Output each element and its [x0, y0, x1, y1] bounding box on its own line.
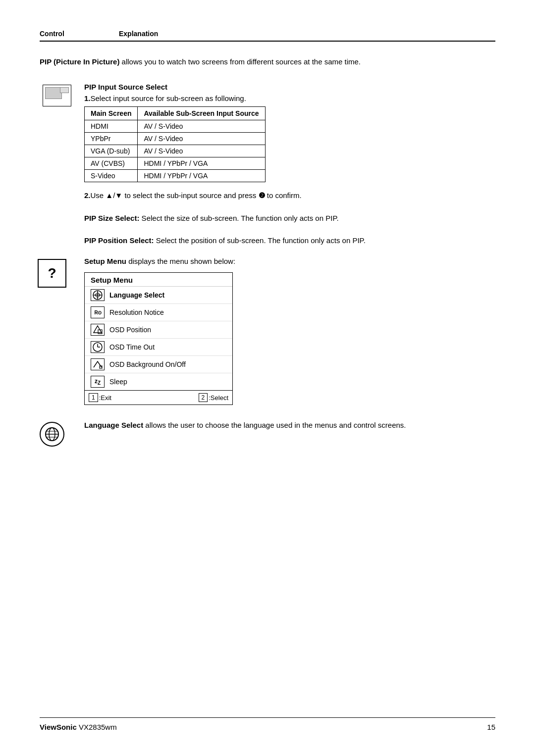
- header-row: Control Explanation: [40, 30, 495, 42]
- svg-marker-4: [94, 326, 102, 333]
- menu-item-label: Language Select: [109, 291, 164, 299]
- menu-item-icon: R⊙: [91, 306, 105, 318]
- pip-source-icon: [43, 85, 71, 106]
- table-row: YPbPrAV / S-Video: [85, 132, 266, 145]
- lang-bold: Language Select: [84, 421, 143, 429]
- setup-menu-item: OSD Time Out: [85, 339, 232, 356]
- table-col2-header: Available Sub-Screen Input Source: [138, 106, 265, 120]
- menu-item-label: OSD Background On/Off: [109, 360, 186, 368]
- setup-menu-intro: Setup Menu displays the menu shown below…: [84, 257, 495, 265]
- pip-source-content: PIP Input Source Select 1.Select input s…: [84, 83, 495, 202]
- pip-source-step1: 1.Select input source for sub-screen as …: [84, 94, 495, 102]
- table-cell-main: AV (CVBS): [85, 157, 138, 169]
- menu-item-icon: [91, 289, 105, 301]
- select-label: :Select: [209, 394, 228, 402]
- menu-item-icon: zZ: [91, 376, 105, 388]
- menu-item-icon: [91, 341, 105, 353]
- setup-bold: Setup Menu: [84, 257, 126, 265]
- table-cell-main: S-Video: [85, 169, 138, 182]
- page: Control Explanation PIP (Picture In Pict…: [0, 0, 535, 756]
- header-control-label: Control: [40, 30, 119, 38]
- table-col1-header: Main Screen: [85, 106, 138, 120]
- step1-text: Select input source for sub-screen as fo…: [91, 94, 246, 102]
- footer-model: VX2835wm: [79, 723, 117, 731]
- table-row: HDMIAV / S-Video: [85, 120, 266, 132]
- globe-icon: [40, 422, 64, 447]
- content-area: PIP (Picture In Picture) allows you to w…: [40, 56, 495, 447]
- lang-rest: allows the user to choose the language u…: [143, 421, 406, 429]
- pip-position-bold: PIP Position Select:: [84, 236, 154, 245]
- menu-item-label: Sleep: [109, 378, 127, 386]
- step2-confirm: ❷: [259, 191, 265, 200]
- table-row: AV (CVBS)HDMI / YPbPr / VGA: [85, 157, 266, 169]
- table-cell-main: YPbPr: [85, 132, 138, 145]
- footer-page-number: 15: [487, 723, 495, 731]
- footer-brand-model: ViewSonic VX2835wm: [40, 723, 117, 731]
- pip-source-step2: 2.Use ▲/▼ to select the sub-input source…: [84, 190, 495, 202]
- table-cell-sub: HDMI / YPbPr / VGA: [138, 169, 265, 182]
- input-source-table: Main Screen Available Sub-Screen Input S…: [84, 106, 266, 182]
- step2-suffix: to confirm.: [265, 191, 302, 200]
- setup-menu-section: ? Setup Menu displays the menu shown bel…: [40, 257, 495, 405]
- setup-menu-title: Setup Menu: [85, 273, 232, 287]
- globe-icon-box: [40, 420, 74, 447]
- menu-item-label: OSD Position: [109, 326, 151, 334]
- menu-item-icon: [91, 358, 105, 370]
- menu-item-label: Resolution Notice: [109, 308, 164, 316]
- globe-svg: [44, 426, 60, 442]
- pip-input-source-section: PIP Input Source Select 1.Select input s…: [40, 83, 495, 202]
- pip-position-section: PIP Position Select: Select the position…: [84, 235, 495, 247]
- pip-size-bold: PIP Size Select:: [84, 214, 139, 222]
- setup-rest: displays the menu shown below:: [126, 257, 235, 265]
- page-footer: ViewSonic VX2835wm 15: [40, 717, 495, 731]
- table-cell-main: VGA (D-sub): [85, 145, 138, 157]
- question-mark-icon: ?: [38, 259, 66, 288]
- exit-key-box: 1: [89, 393, 98, 402]
- select-key-box: 2: [199, 393, 208, 402]
- step1-number: 1.: [84, 94, 91, 102]
- pip-position-rest: Select the position of sub-screen. The f…: [154, 236, 366, 245]
- step2-prefix: 2.: [84, 191, 91, 200]
- setup-menu-item: Language Select: [85, 287, 232, 304]
- menu-item-icon: [91, 324, 105, 336]
- pip-source-icon-box: [40, 83, 74, 106]
- pip-size-rest: Select the size of sub-screen. The funct…: [139, 214, 338, 222]
- language-select-content: Language Select allows the user to choos…: [84, 420, 495, 431]
- footer-select: 2:Select: [199, 393, 228, 402]
- table-row: VGA (D-sub)AV / S-Video: [85, 145, 266, 157]
- setup-menu-footer: 1:Exit 2:Select: [85, 390, 232, 404]
- pip-source-title: PIP Input Source Select: [84, 83, 495, 91]
- footer-brand: ViewSonic: [40, 723, 77, 731]
- footer-exit: 1:Exit: [89, 393, 111, 402]
- exit-label: :Exit: [99, 394, 111, 402]
- menu-item-label: OSD Time Out: [109, 343, 155, 351]
- setup-menu-items: Language SelectR⊙Resolution NoticeOSD Po…: [85, 287, 232, 390]
- table-row: S-VideoHDMI / YPbPr / VGA: [85, 169, 266, 182]
- language-select-text: Language Select allows the user to choos…: [84, 420, 495, 431]
- table-cell-sub: AV / S-Video: [138, 132, 265, 145]
- setup-menu-box: Setup Menu Language SelectR⊙Resolution N…: [84, 272, 233, 405]
- step2-text: Use ▲/▼ to select the sub-input source a…: [91, 191, 259, 200]
- pip-rest-text: allows you to watch two screens from dif…: [119, 57, 361, 66]
- setup-menu-item: OSD Position: [85, 321, 232, 339]
- pip-size-section: PIP Size Select: Select the size of sub-…: [84, 213, 495, 224]
- table-cell-main: HDMI: [85, 120, 138, 132]
- setup-icon-box: ?: [40, 257, 74, 288]
- setup-menu-item: zZSleep: [85, 373, 232, 390]
- setup-menu-item: R⊙Resolution Notice: [85, 304, 232, 321]
- language-select-section: Language Select allows the user to choos…: [40, 420, 495, 447]
- table-cell-sub: AV / S-Video: [138, 145, 265, 157]
- pip-bold-text: PIP (Picture In Picture): [40, 57, 119, 66]
- header-explanation-label: Explanation: [119, 30, 158, 38]
- setup-menu-item: OSD Background On/Off: [85, 356, 232, 373]
- table-cell-sub: HDMI / YPbPr / VGA: [138, 157, 265, 169]
- table-cell-sub: AV / S-Video: [138, 120, 265, 132]
- setup-menu-content: Setup Menu displays the menu shown below…: [84, 257, 495, 405]
- pip-intro-paragraph: PIP (Picture In Picture) allows you to w…: [40, 56, 495, 68]
